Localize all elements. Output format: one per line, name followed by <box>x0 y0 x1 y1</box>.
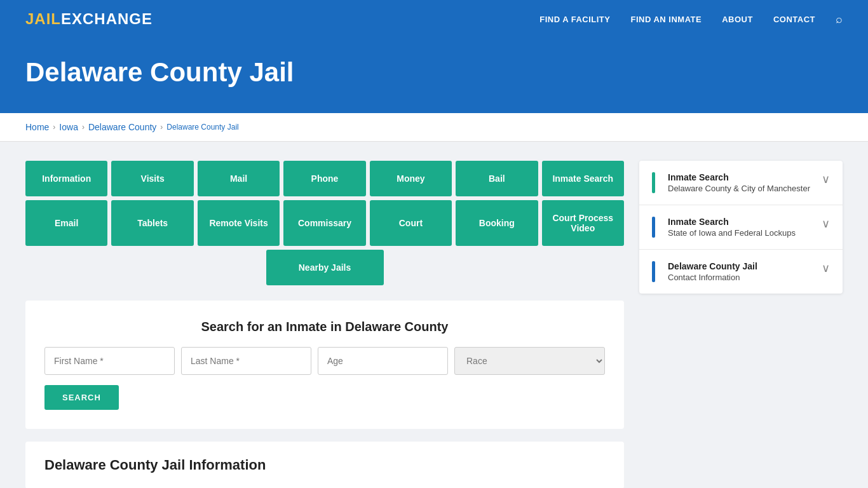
breadcrumb-bar: Home › Iowa › Delaware County › Delaware… <box>0 113 868 142</box>
sidebar-title-3: Delaware County Jail <box>668 261 757 271</box>
tab-visits[interactable]: Visits <box>111 161 193 196</box>
tab-booking[interactable]: Booking <box>456 200 538 246</box>
tab-court[interactable]: Court <box>370 200 452 246</box>
search-fields: Race All White Black Hispanic Asian Othe… <box>44 347 605 375</box>
tab-bail[interactable]: Bail <box>456 161 538 196</box>
nav-about[interactable]: ABOUT <box>722 15 753 24</box>
search-icon[interactable]: ⌕ <box>836 13 843 26</box>
nav-find-inmate[interactable]: FIND AN INMATE <box>630 15 702 24</box>
nav-contact[interactable]: CONTACT <box>773 15 815 24</box>
main-wrap: Information Visits Mail Phone Money Bail… <box>0 142 868 488</box>
sidebar-text-delaware: Inmate Search Delaware County & City of … <box>665 172 810 193</box>
sidebar-title-2: Inmate Search <box>668 217 796 227</box>
tab-nearby-jails[interactable]: Nearby Jails <box>266 250 384 285</box>
sidebar-accent-2 <box>652 217 655 238</box>
nav-find-facility[interactable]: FIND A FACILITY <box>539 15 610 24</box>
search-heading: Search for an Inmate in Delaware County <box>44 320 605 334</box>
sidebar-card: Inmate Search Delaware County & City of … <box>639 161 843 294</box>
breadcrumb: Home › Iowa › Delaware County › Delaware… <box>25 122 843 132</box>
info-heading: Delaware County Jail Information <box>44 457 605 473</box>
chevron-icon-3: ∨ <box>822 261 830 282</box>
tabs-row1: Information Visits Mail Phone Money Bail… <box>25 161 624 196</box>
logo-jail: JAIL <box>25 10 61 27</box>
logo-exchange: EXCHANGE <box>61 10 153 27</box>
breadcrumb-sep-1: › <box>53 123 55 132</box>
breadcrumb-current: Delaware County Jail <box>166 123 238 132</box>
chevron-icon-2: ∨ <box>822 217 830 238</box>
tab-remote-visits[interactable]: Remote Visits <box>198 200 280 246</box>
tab-information[interactable]: Information <box>25 161 107 196</box>
tab-tablets[interactable]: Tablets <box>111 200 193 246</box>
tabs-row3: Nearby Jails <box>25 250 624 285</box>
chevron-icon-1: ∨ <box>822 172 830 193</box>
breadcrumb-sep-3: › <box>160 123 163 132</box>
sidebar-title-1: Inmate Search <box>668 172 810 182</box>
tab-money[interactable]: Money <box>370 161 452 196</box>
tab-commissary[interactable]: Commissary <box>283 200 365 246</box>
search-card: Search for an Inmate in Delaware County … <box>25 301 624 429</box>
info-section: Delaware County Jail Information <box>25 442 624 488</box>
breadcrumb-iowa[interactable]: Iowa <box>59 122 78 132</box>
sidebar-subtitle-2: State of Iowa and Federal Lockups <box>668 228 796 238</box>
sidebar-item-contact[interactable]: Delaware County Jail Contact Information… <box>639 250 843 294</box>
sidebar-text-contact: Delaware County Jail Contact Information <box>665 261 757 282</box>
sidebar-text-iowa: Inmate Search State of Iowa and Federal … <box>665 217 796 238</box>
breadcrumb-delaware-county[interactable]: Delaware County <box>88 122 156 132</box>
search-button[interactable]: SEARCH <box>44 385 119 410</box>
hero-section: Delaware County Jail <box>0 38 868 113</box>
sidebar-subtitle-3: Contact Information <box>668 273 757 282</box>
left-column: Information Visits Mail Phone Money Bail… <box>25 161 624 488</box>
sidebar-item-iowa-search[interactable]: Inmate Search State of Iowa and Federal … <box>639 205 843 250</box>
tab-email[interactable]: Email <box>25 200 107 246</box>
tabs-row2: Email Tablets Remote Visits Commissary C… <box>25 200 624 246</box>
tab-court-process-video[interactable]: Court Process Video <box>542 200 624 246</box>
race-select[interactable]: Race All White Black Hispanic Asian Othe… <box>454 347 605 375</box>
main-nav: FIND A FACILITY FIND AN INMATE ABOUT CON… <box>539 13 843 26</box>
sidebar-accent-3 <box>652 261 655 282</box>
tab-phone[interactable]: Phone <box>283 161 365 196</box>
age-input[interactable] <box>318 347 448 375</box>
sidebar-accent-1 <box>652 172 655 193</box>
page-title: Delaware County Jail <box>25 57 843 88</box>
first-name-input[interactable] <box>44 347 175 375</box>
right-sidebar: Inmate Search Delaware County & City of … <box>639 161 843 294</box>
breadcrumb-home[interactable]: Home <box>25 122 49 132</box>
sidebar-item-delaware-search[interactable]: Inmate Search Delaware County & City of … <box>639 161 843 205</box>
breadcrumb-sep-2: › <box>82 123 85 132</box>
tab-mail[interactable]: Mail <box>198 161 280 196</box>
last-name-input[interactable] <box>181 347 311 375</box>
site-header: JAILEXCHANGE FIND A FACILITY FIND AN INM… <box>0 0 868 38</box>
sidebar-subtitle-1: Delaware County & City of Manchester <box>668 184 810 193</box>
tab-inmate-search[interactable]: Inmate Search <box>542 161 624 196</box>
logo[interactable]: JAILEXCHANGE <box>25 10 153 28</box>
